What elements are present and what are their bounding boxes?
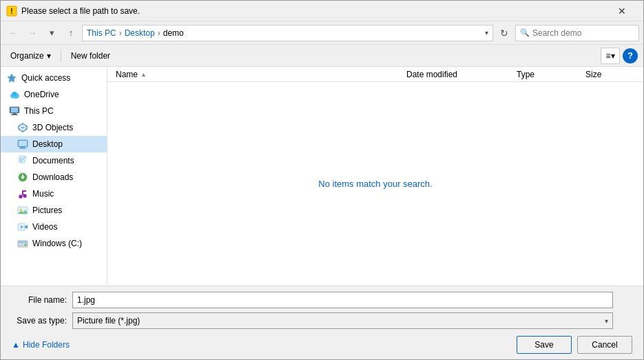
sidebar-item-label: Windows (C:) — [32, 239, 82, 248]
sidebar-item-3d-objects[interactable]: 3D Objects — [1, 119, 107, 136]
onedrive-icon — [9, 89, 20, 100]
file-name-label: File name: — [12, 295, 67, 305]
save-button[interactable]: Save — [517, 336, 572, 354]
sidebar-item-windows-c[interactable]: Windows (C:) — [1, 235, 107, 252]
svg-rect-37 — [19, 241, 27, 243]
svg-point-26 — [19, 195, 23, 199]
documents-icon — [17, 155, 28, 166]
dialog-icon: ! — [6, 6, 17, 17]
breadcrumb-current: demo — [163, 28, 184, 38]
svg-rect-25 — [22, 174, 23, 177]
svg-rect-9 — [11, 114, 18, 115]
up-button[interactable]: ↑ — [63, 25, 79, 41]
column-size[interactable]: Size — [583, 68, 638, 81]
back-button[interactable]: ← — [5, 25, 21, 41]
svg-rect-39 — [19, 245, 23, 246]
svg-rect-22 — [19, 161, 23, 161]
help-button[interactable]: ? — [623, 48, 638, 63]
svg-rect-29 — [22, 190, 26, 192]
sidebar-item-quick-access[interactable]: Quick access — [1, 70, 107, 86]
sidebar-item-this-pc[interactable]: This PC — [1, 103, 107, 119]
organize-button[interactable]: Organize ▾ — [6, 48, 55, 64]
file-name-input[interactable] — [72, 292, 613, 308]
sidebar-item-desktop[interactable]: Desktop — [1, 136, 107, 152]
new-folder-button[interactable]: New folder — [67, 48, 114, 64]
sidebar-item-label: Pictures — [32, 206, 62, 215]
sidebar-item-onedrive[interactable]: OneDrive — [1, 86, 107, 103]
svg-point-38 — [25, 244, 27, 246]
videos-icon — [17, 221, 28, 232]
pictures-icon — [17, 205, 28, 216]
svg-rect-20 — [19, 158, 24, 159]
search-icon: 🔍 — [520, 28, 530, 37]
music-icon — [17, 188, 28, 199]
sidebar-item-label: Downloads — [32, 172, 73, 182]
hide-folders-label: Hide Folders — [23, 340, 70, 350]
titlebar: ! Please select a file path to save. ✕ — [1, 1, 643, 21]
toolbar-right: ≡ ▾ ? — [601, 48, 638, 64]
svg-marker-19 — [25, 156, 27, 158]
svg-rect-16 — [21, 147, 25, 148]
sidebar-item-documents[interactable]: Documents — [1, 152, 107, 169]
close-button[interactable]: ✕ — [606, 1, 638, 21]
save-type-value: Picture file (*.jpg) — [77, 316, 140, 326]
3d-objects-icon — [17, 122, 28, 133]
sidebar-item-label: Desktop — [32, 139, 63, 149]
sidebar-item-label: This PC — [24, 106, 54, 116]
downloads-icon — [17, 172, 28, 183]
sidebar: Quick access OneDrive — [1, 67, 107, 286]
column-name[interactable]: Name ▲ — [113, 68, 404, 81]
organize-arrow-icon: ▾ — [47, 51, 51, 61]
breadcrumb-desktop[interactable]: Desktop — [125, 28, 155, 38]
sidebar-item-music[interactable]: Music — [1, 186, 107, 202]
sidebar-item-pictures[interactable]: Pictures — [1, 202, 107, 219]
column-headers: Name ▲ Date modified Type Size — [107, 67, 643, 82]
quick-access-icon — [6, 72, 17, 83]
navigation-bar: ← → ▾ ↑ This PC › Desktop › demo ▾ ↻ 🔍 — [1, 21, 643, 45]
svg-marker-34 — [25, 225, 28, 229]
svg-text:!: ! — [10, 8, 12, 15]
sidebar-item-label: Quick access — [21, 73, 70, 83]
empty-message: No items match your search. — [318, 179, 432, 189]
sidebar-item-label: Documents — [32, 156, 74, 166]
dialog-title: Please select a file path to save. — [21, 6, 606, 16]
breadcrumb-dropdown-button[interactable]: ▾ — [485, 29, 488, 37]
column-date-modified[interactable]: Date modified — [404, 68, 514, 81]
sidebar-item-downloads[interactable]: Downloads — [1, 169, 107, 186]
button-row: ▲ Hide Folders Save Cancel — [12, 333, 632, 354]
sidebar-item-videos[interactable]: Videos — [1, 219, 107, 235]
save-type-label: Save as type: — [12, 316, 67, 326]
svg-point-27 — [23, 194, 27, 198]
sidebar-item-label: Videos — [32, 222, 57, 232]
drive-icon — [17, 238, 28, 249]
refresh-button[interactable]: ↻ — [496, 25, 512, 41]
computer-icon — [9, 106, 20, 117]
hide-folders-button[interactable]: ▲ Hide Folders — [12, 336, 70, 354]
toolbar-separator — [61, 50, 61, 62]
svg-point-5 — [12, 92, 17, 96]
sidebar-item-label: Music — [32, 189, 54, 199]
sidebar-item-label: OneDrive — [24, 90, 59, 99]
save-type-select[interactable]: Picture file (*.jpg) ▾ — [72, 312, 613, 329]
svg-rect-17 — [19, 148, 26, 149]
sidebar-item-label: 3D Objects — [32, 123, 73, 132]
content-body: No items match your search. — [107, 82, 643, 286]
dropdown-button[interactable]: ▾ — [43, 25, 60, 41]
save-type-row: Save as type: Picture file (*.jpg) ▾ — [12, 312, 632, 329]
search-box: 🔍 — [515, 25, 639, 41]
hide-folders-icon: ▲ — [12, 340, 20, 350]
column-type[interactable]: Type — [514, 68, 583, 81]
view-button[interactable]: ≡ ▾ — [601, 48, 620, 64]
view-arrow-icon: ▾ — [611, 51, 615, 61]
svg-rect-8 — [12, 113, 17, 114]
svg-rect-7 — [11, 108, 18, 112]
search-input[interactable] — [532, 28, 634, 38]
cancel-button[interactable]: Cancel — [577, 336, 632, 354]
forward-button[interactable]: → — [24, 25, 41, 41]
main-area: Quick access OneDrive — [1, 67, 643, 286]
svg-marker-2 — [8, 74, 16, 82]
breadcrumb-this-pc[interactable]: This PC — [87, 28, 116, 38]
svg-point-31 — [20, 209, 22, 211]
desktop-icon — [17, 139, 28, 150]
sort-arrow-icon: ▲ — [141, 71, 147, 78]
